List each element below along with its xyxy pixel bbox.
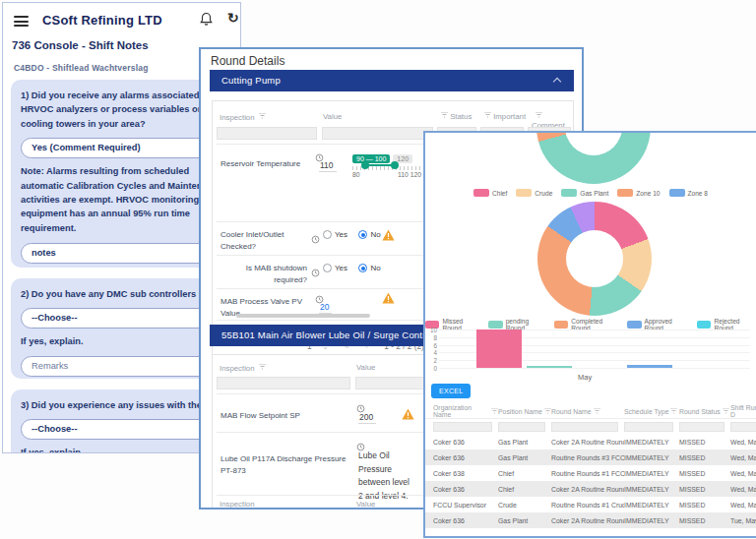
bar-missed-round <box>476 329 522 368</box>
table-cell: Coker 2A Routine Rounds <box>551 486 624 493</box>
table-cell: Wed, May-2 <box>730 502 756 509</box>
clock-icon <box>315 149 324 157</box>
question-1-select[interactable]: Yes (Comment Required) <box>21 138 224 158</box>
filter-input-value[interactable] <box>322 127 433 140</box>
filter-icon <box>723 408 729 414</box>
excel-export-button[interactable]: EXCEL <box>431 384 471 398</box>
table-row[interactable]: Coker 638ChiefRoutine Rounds #1 FCCUIMME… <box>425 465 756 481</box>
table-cell: Gas Plant <box>498 517 551 524</box>
column-header[interactable]: Position Name <box>498 408 551 415</box>
radio-no-selected[interactable] <box>358 230 367 239</box>
filter-input[interactable] <box>433 422 492 432</box>
table-cell: IMMEDIATELY <box>624 439 679 446</box>
range-slider[interactable]: 90 — 100120 80110 120 <box>352 148 421 178</box>
table-row[interactable]: FCCU SupervisorCrudeRoutine Rounds #1 Cr… <box>425 497 756 512</box>
table-body: Coker 636Gas PlantCoker 2A Routine Round… <box>425 434 756 528</box>
table-cell: Wed, May-2 <box>730 454 756 461</box>
table-row[interactable]: Coker 636Gas PlantCoker 2A Routine Round… <box>425 512 756 528</box>
warning-icon <box>382 227 395 239</box>
column-header[interactable]: Round Name <box>551 408 624 415</box>
question-2-select[interactable]: --Choose-- <box>21 308 224 329</box>
filter-input-inspection[interactable] <box>217 377 350 389</box>
question-3-label: 3) Did you experience any issues with th… <box>21 398 228 412</box>
table-cell: IMMEDIATELY <box>624 454 679 461</box>
slider-handle-high[interactable] <box>391 161 399 169</box>
column-value[interactable]: Value <box>323 112 342 121</box>
horizontal-scrollbar[interactable] <box>236 314 370 318</box>
slider-track[interactable] <box>365 164 395 166</box>
question-2-remarks-input[interactable]: Remarks <box>21 356 224 377</box>
filter-input[interactable] <box>730 422 756 432</box>
table-cell: Chief <box>498 486 551 493</box>
column-header[interactable]: Schedule Type <box>624 408 679 415</box>
filter-icon[interactable] <box>259 112 266 121</box>
table-cell: MISSED <box>679 502 730 509</box>
filter-input[interactable] <box>498 422 545 432</box>
collapse-chevron-icon[interactable] <box>553 78 561 86</box>
filter-input[interactable] <box>624 422 673 432</box>
column-value[interactable]: Value <box>356 363 375 372</box>
refresh-icon[interactable]: ↻ <box>227 10 239 26</box>
form-subheading: C4BDO - Shiftlead Wachtverslag <box>14 63 149 73</box>
slider-range-badge: 90 — 100 <box>352 154 390 163</box>
menu-icon[interactable] <box>14 16 29 27</box>
value-input: 200 <box>358 412 376 424</box>
y-axis-tick: 8 <box>427 334 437 341</box>
legend-swatch <box>473 189 489 197</box>
clock-icon <box>356 438 365 447</box>
legend-item[interactable]: Crude <box>516 189 552 197</box>
legend-item[interactable]: Chief <box>473 189 507 197</box>
filter-input-inspection[interactable] <box>217 127 317 140</box>
legend-swatch <box>488 321 502 329</box>
column-header[interactable]: Round Status <box>679 408 730 415</box>
radio-no-selected[interactable] <box>358 264 367 272</box>
legend-swatch <box>627 321 641 329</box>
radio-yes[interactable] <box>323 230 332 239</box>
filter-input[interactable] <box>679 422 724 432</box>
question-3-select[interactable]: --Choose-- <box>21 419 224 440</box>
value-input: 20 <box>319 302 332 314</box>
table-row[interactable]: Coker 636Gas PlantCoker 2A Routine Round… <box>425 434 756 449</box>
table-row[interactable]: Coker 636Gas PlantRoutine Rounds #3 FCCU… <box>425 449 756 465</box>
legend-item[interactable]: Zone 10 <box>617 189 660 197</box>
table-cell: Wed, May-2 <box>730 486 756 493</box>
section-header-cutting-pump[interactable]: Cutting Pump <box>210 70 574 91</box>
bell-icon[interactable] <box>200 12 213 30</box>
table-cell: IMMEDIATELY <box>624 470 679 477</box>
table-cell: Chief <box>498 470 551 477</box>
filter-icon <box>670 408 677 414</box>
table-cell: Wed, May-2 <box>730 439 756 446</box>
column-inspection[interactable]: Inspection <box>220 112 266 122</box>
y-axis-tick: 0 <box>427 365 437 372</box>
legend-item[interactable]: Gas Plant <box>561 189 608 197</box>
column-status[interactable]: Status <box>437 112 472 121</box>
app-header: CSoft Refining LTD ↻ <box>3 3 240 36</box>
legend-item[interactable]: Zone 8 <box>669 189 709 197</box>
org-legend: ChiefCrudeGas PlantZone 10Zone 8 <box>425 189 756 197</box>
column-header[interactable]: Organization Name <box>433 404 498 418</box>
table-row[interactable]: Coker 636ChiefCoker 2A Routine RoundsIMM… <box>425 481 756 497</box>
column-header[interactable]: Shift Run D <box>730 404 756 418</box>
filter-input[interactable] <box>551 422 618 432</box>
bar-pending-round <box>527 366 572 368</box>
legend-swatch <box>554 321 568 329</box>
table-cell: Gas Plant <box>498 439 551 446</box>
legend-label: Chief <box>492 190 507 197</box>
table-cell: Routine Rounds #1 FCCU <box>551 470 624 477</box>
table-cell: Routine Rounds #1 Crude <box>551 502 624 509</box>
table-cell: MISSED <box>679 439 730 446</box>
table-cell: Coker 636 <box>433 439 498 446</box>
column-inspection[interactable]: Inspection <box>220 363 266 373</box>
question-1-comment-input[interactable]: notes <box>21 243 224 264</box>
y-axis-tick: 4 <box>427 349 437 356</box>
radio-yes[interactable] <box>323 264 332 272</box>
page-title: 736 Console - Shift Notes <box>12 39 149 51</box>
slider-handle-low[interactable] <box>361 161 369 169</box>
app-title: CSoft Refining LTD <box>42 13 162 28</box>
question-1-label: 1) Did you receive any alarms associated… <box>21 89 228 131</box>
question-1-note: Note: Alarms resulting from scheduled au… <box>21 164 228 235</box>
column-important[interactable]: Important <box>480 112 526 121</box>
dashboard-window: ChiefCrudeGas PlantZone 10Zone 8 Missed … <box>423 131 756 538</box>
table-cell: Routine Rounds #3 FCCU <box>551 454 624 461</box>
value-input: 110 <box>319 160 337 172</box>
